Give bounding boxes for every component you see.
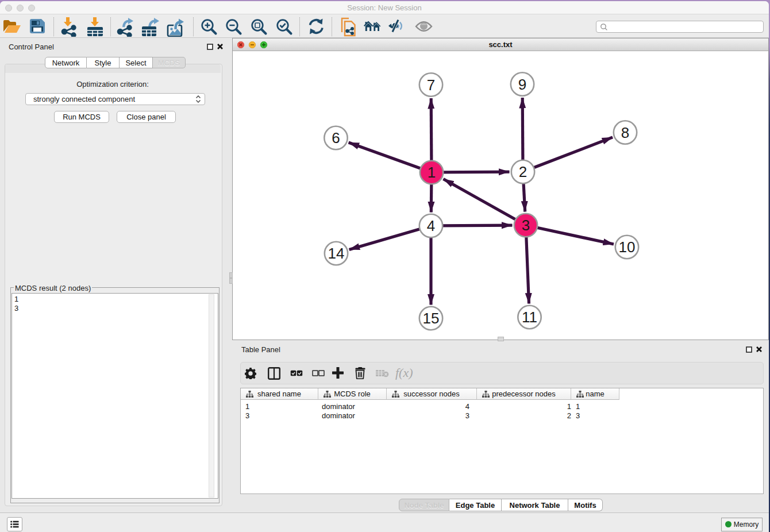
svg-text:10: 10: [619, 238, 636, 256]
svg-text:1: 1: [428, 164, 436, 181]
svg-text:6: 6: [332, 129, 340, 147]
svg-text:2: 2: [519, 163, 527, 180]
svg-text:4: 4: [427, 217, 435, 234]
svg-text:9: 9: [518, 76, 526, 93]
svg-text:15: 15: [423, 310, 440, 327]
svg-text:14: 14: [328, 245, 345, 262]
svg-text:11: 11: [522, 309, 537, 326]
svg-text:3: 3: [522, 217, 530, 234]
svg-text:7: 7: [427, 76, 435, 94]
svg-text:8: 8: [621, 124, 629, 141]
